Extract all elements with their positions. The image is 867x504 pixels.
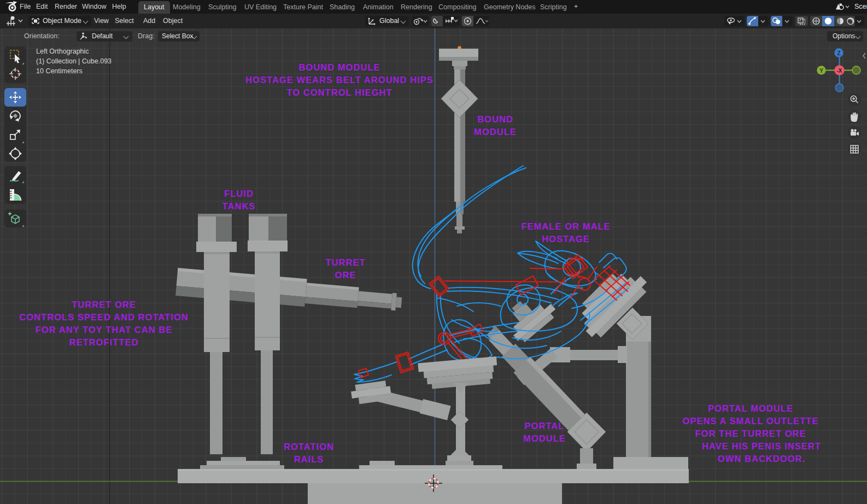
- svg-text:-X: -X: [837, 68, 842, 74]
- svg-text:PORTAL: PORTAL: [525, 421, 565, 431]
- svg-text:OWN BACKDOOR.: OWN BACKDOOR.: [718, 454, 805, 464]
- svg-text:MODULE: MODULE: [474, 127, 517, 137]
- svg-text:BOUND: BOUND: [477, 114, 513, 124]
- svg-text:(1) Collection | Cube.093: (1) Collection | Cube.093: [36, 57, 112, 65]
- svg-text:HOSTAGE WEARS BELT AROUND HIPS: HOSTAGE WEARS BELT AROUND HIPS: [245, 75, 434, 85]
- svg-text:TURRET ORE: TURRET ORE: [72, 300, 136, 309]
- svg-text:Z: Z: [837, 50, 840, 56]
- svg-text:Y: Y: [819, 68, 823, 74]
- svg-text:10 Centimeters: 10 Centimeters: [36, 67, 83, 75]
- svg-text:PORTAL MODULE: PORTAL MODULE: [708, 403, 793, 413]
- svg-text:TURRET: TURRET: [325, 257, 365, 267]
- svg-text:FOR ANY TOY THAT CAN BE: FOR ANY TOY THAT CAN BE: [36, 325, 173, 335]
- svg-text:ORE: ORE: [335, 270, 356, 280]
- svg-text:FOR THE TURRET ORE: FOR THE TURRET ORE: [695, 429, 806, 438]
- svg-text:HAVE HIS PENIS INSERT: HAVE HIS PENIS INSERT: [702, 441, 821, 451]
- svg-text:ROTATION: ROTATION: [284, 442, 334, 452]
- svg-text:RAILS: RAILS: [294, 454, 324, 464]
- svg-text:TANKS: TANKS: [222, 201, 256, 211]
- svg-text:MODULE: MODULE: [523, 433, 566, 443]
- svg-text:HOSTAGE: HOSTAGE: [542, 234, 590, 244]
- svg-text:FEMALE OR MALE: FEMALE OR MALE: [521, 221, 610, 231]
- svg-text:CONTROLS SPEED AND ROTATION: CONTROLS SPEED AND ROTATION: [19, 312, 188, 322]
- svg-text:FLUID: FLUID: [224, 189, 254, 198]
- svg-text:BOUND MODULE: BOUND MODULE: [298, 62, 380, 72]
- svg-text:RETROFITTED: RETROFITTED: [69, 337, 138, 347]
- svg-text:OPENS A SMALL OUTLETTE: OPENS A SMALL OUTLETTE: [683, 416, 819, 426]
- svg-text:Left Orthographic: Left Orthographic: [36, 48, 89, 55]
- svg-text:TO CONTROL HIEGHT: TO CONTROL HIEGHT: [286, 87, 392, 97]
